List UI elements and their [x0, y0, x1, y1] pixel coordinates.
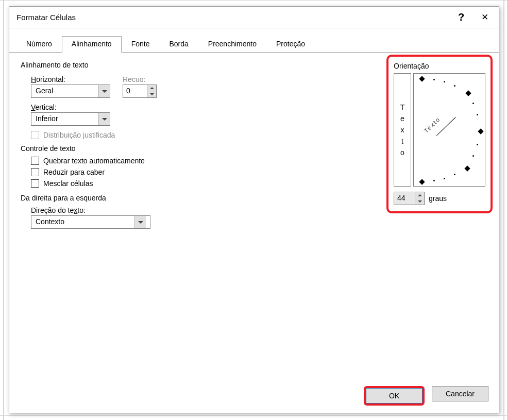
vertical-combo[interactable]: Inferior	[31, 112, 110, 126]
degrees-label: graus	[429, 194, 447, 203]
recuo-value: 0	[123, 85, 147, 97]
vertical-label: Vertical:	[31, 103, 376, 111]
spinner-up-icon[interactable]	[415, 192, 424, 198]
spinner-down-icon[interactable]	[415, 198, 424, 205]
tab-preenchimento[interactable]: Preenchimento	[198, 36, 266, 53]
help-icon: ?	[458, 11, 464, 23]
cancel-button[interactable]: Cancelar	[432, 386, 488, 401]
horizontal-label: Horizontal:	[31, 75, 110, 83]
text-control-section-label: Controle de texto	[21, 144, 376, 153]
orientation-section-label: Orientação	[394, 62, 485, 70]
horizontal-combo[interactable]: Geral	[31, 85, 110, 98]
dialog-title: Formatar Células	[16, 13, 449, 22]
orientation-dial-text: Texto	[422, 115, 442, 135]
shrink-to-fit-label: Reduzir para caber	[43, 168, 105, 176]
orientation-dial[interactable]: Texto	[413, 73, 485, 187]
close-icon: ✕	[481, 12, 488, 23]
chevron-down-icon	[98, 85, 110, 97]
wrap-text-checkbox[interactable]	[31, 157, 39, 165]
dialog-button-bar: OK Cancelar	[364, 386, 488, 406]
rtl-section-label: Da direita para a esquerda	[21, 194, 376, 202]
tab-protecao[interactable]: Proteção	[266, 36, 315, 53]
chevron-down-icon	[98, 113, 110, 125]
recuo-label: Recuo:	[123, 75, 157, 83]
tabstrip: Número Alinhamento Fonte Borda Preenchim…	[9, 28, 499, 53]
text-direction-value: Contexto	[31, 216, 134, 228]
orientation-group: Orientação T e x t o	[386, 55, 493, 213]
vertical-combo-value: Inferior	[31, 113, 98, 125]
text-direction-combo[interactable]: Contexto	[31, 215, 150, 229]
spinner-down-icon[interactable]	[147, 91, 156, 97]
justify-distributed-label: Distribuição justificada	[43, 131, 115, 139]
justify-distributed-checkbox	[31, 131, 39, 139]
text-alignment-section-label: Alinhamento de texto	[21, 61, 376, 69]
wrap-text-label: Quebrar texto automaticamente	[43, 157, 145, 165]
merge-cells-checkbox[interactable]	[31, 179, 39, 188]
format-cells-dialog: Formatar Células ? ✕ Número Alinhamento …	[9, 6, 499, 413]
spinner-up-icon[interactable]	[147, 85, 156, 91]
merge-cells-label: Mesclar células	[43, 179, 93, 188]
horizontal-combo-value: Geral	[31, 85, 98, 97]
degrees-spinner[interactable]: 44	[394, 192, 425, 205]
ok-button[interactable]: OK	[364, 386, 425, 406]
recuo-spinner[interactable]: 0	[123, 85, 157, 98]
orientation-vertical-button[interactable]: T e x t o	[394, 73, 411, 187]
help-button[interactable]: ?	[449, 7, 473, 28]
tab-borda[interactable]: Borda	[159, 36, 198, 53]
tab-alinhamento[interactable]: Alinhamento	[62, 36, 122, 53]
close-button[interactable]: ✕	[473, 7, 497, 28]
tab-fonte[interactable]: Fonte	[122, 36, 160, 53]
tab-numero[interactable]: Número	[16, 36, 62, 53]
shrink-to-fit-checkbox[interactable]	[31, 168, 39, 176]
chevron-down-icon	[134, 216, 146, 228]
titlebar: Formatar Células ? ✕	[9, 7, 499, 28]
dialog-body: Alinhamento de texto Horizontal: Geral R…	[9, 53, 499, 382]
degrees-value: 44	[394, 192, 415, 205]
text-direction-label: Direção do texto:	[31, 206, 376, 214]
